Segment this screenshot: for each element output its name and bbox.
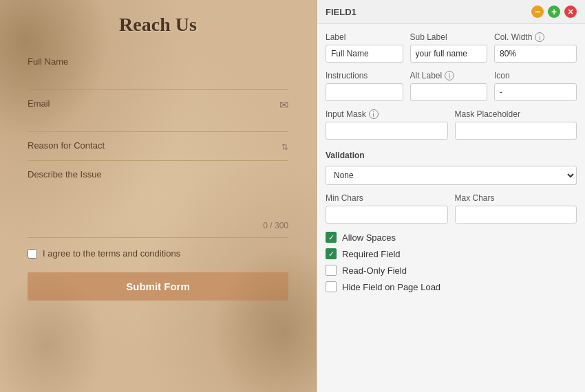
sublabel-input[interactable] xyxy=(410,45,488,63)
allow-spaces-row: ✓ Allow Spaces xyxy=(326,232,577,243)
hide-field-label: Hide Field on Page Load xyxy=(342,282,440,292)
colwidth-section-label: Col. Width i xyxy=(494,32,577,42)
sublabel-section-label: Sub Label xyxy=(410,32,488,42)
field-label-reason: Reason for Contact xyxy=(28,140,105,151)
email-field-row: Email ✉ xyxy=(28,98,288,111)
altlabel-col: Alt Label i xyxy=(410,71,488,101)
validation-row: Validation None Email URL Number Date Ph… xyxy=(326,148,577,185)
submit-button[interactable]: Submit Form xyxy=(28,272,288,301)
altlabel-input[interactable] xyxy=(410,83,488,101)
altlabel-info-icon[interactable]: i xyxy=(445,71,454,80)
label-row: Label Sub Label Col. Width i xyxy=(326,32,577,63)
editor-header: FIELD1 − + × xyxy=(317,0,585,24)
field-input-fullname[interactable] xyxy=(28,69,288,83)
field-group-issue: Describe the Issue 0 / 300 xyxy=(28,162,288,238)
label-section-label: Label xyxy=(326,32,403,42)
field-group-fullname: Full Name xyxy=(28,50,288,90)
editor-body: Label Sub Label Col. Width i Instruction… xyxy=(317,24,585,392)
field-group-email: Email ✉ xyxy=(28,91,288,132)
hide-field-check[interactable] xyxy=(326,281,337,292)
allow-spaces-check[interactable]: ✓ xyxy=(326,232,337,243)
altlabel-section-label: Alt Label i xyxy=(410,71,488,80)
minchars-col: Min Chars xyxy=(326,193,448,224)
editor-title: FIELD1 xyxy=(326,7,357,17)
terms-checkbox-row: I agree to the terms and conditions xyxy=(28,238,288,269)
inputmask-input[interactable] xyxy=(326,122,448,140)
inputmask-col: Input Mask i xyxy=(326,109,448,140)
header-controls: − + × xyxy=(531,6,577,18)
terms-checkbox[interactable] xyxy=(28,249,37,259)
colwidth-col: Col. Width i xyxy=(494,32,577,63)
validation-select[interactable]: None Email URL Number Date Phone xyxy=(326,166,577,185)
minchars-input[interactable] xyxy=(326,206,448,224)
required-field-check[interactable]: ✓ xyxy=(326,248,337,259)
form-title: Reach Us xyxy=(28,14,288,36)
required-field-label: Required Field xyxy=(342,249,401,259)
inputmask-section-label: Input Mask i xyxy=(326,109,448,119)
char-count: 0 / 300 xyxy=(28,221,288,230)
maximize-button[interactable]: + xyxy=(548,6,560,18)
instructions-section-label: Instructions xyxy=(326,71,403,80)
maxchars-col: Max Chars xyxy=(455,193,577,224)
readonly-field-row: Read-Only Field xyxy=(326,265,577,276)
maskplaceholder-input[interactable] xyxy=(455,122,577,140)
validation-col: Validation None Email URL Number Date Ph… xyxy=(326,148,577,185)
close-button[interactable]: × xyxy=(564,6,577,18)
form-preview-panel: Reach Us Full Name Email ✉ Reason for Co… xyxy=(0,0,317,392)
field-label-email: Email xyxy=(28,98,50,109)
instructions-row: Instructions Alt Label i Icon xyxy=(326,71,577,101)
readonly-field-label: Read-Only Field xyxy=(342,265,407,276)
label-col: Label xyxy=(326,32,403,63)
instructions-col: Instructions xyxy=(326,71,403,101)
icon-col: Icon xyxy=(494,71,577,101)
minchars-section-label: Min Chars xyxy=(326,193,448,203)
icon-input[interactable] xyxy=(494,83,577,101)
chars-row: Min Chars Max Chars xyxy=(326,193,577,224)
hide-field-row: Hide Field on Page Load xyxy=(326,281,577,292)
field-editor-panel: FIELD1 − + × Label Sub Label Col. Width … xyxy=(317,0,585,392)
email-icon: ✉ xyxy=(279,98,288,111)
validation-section-title: Validation xyxy=(326,151,577,160)
mask-row: Input Mask i Mask Placeholder xyxy=(326,109,577,140)
instructions-input[interactable] xyxy=(326,83,403,101)
maxchars-input[interactable] xyxy=(455,206,577,224)
allow-spaces-label: Allow Spaces xyxy=(342,232,396,243)
field-group-reason: Reason for Contact ⇅ xyxy=(28,133,288,161)
icon-section-label: Icon xyxy=(494,71,577,80)
sublabel-col: Sub Label xyxy=(410,32,488,63)
select-arrows-icon: ⇅ xyxy=(281,142,288,152)
maskplaceholder-col: Mask Placeholder xyxy=(455,109,577,140)
field-label-issue: Describe the Issue xyxy=(28,169,288,179)
readonly-field-check[interactable] xyxy=(326,265,337,276)
maskplaceholder-section-label: Mask Placeholder xyxy=(455,109,577,119)
label-input[interactable] xyxy=(326,45,403,63)
required-field-row: ✓ Required Field xyxy=(326,248,577,259)
field-input-email[interactable] xyxy=(28,111,288,124)
inputmask-info-icon[interactable]: i xyxy=(369,109,379,119)
reason-field-row: Reason for Contact ⇅ xyxy=(28,140,288,153)
minimize-button[interactable]: − xyxy=(531,6,544,18)
colwidth-info-icon[interactable]: i xyxy=(535,32,544,42)
maxchars-section-label: Max Chars xyxy=(455,193,577,203)
terms-label: I agree to the terms and conditions xyxy=(43,248,180,259)
colwidth-input[interactable] xyxy=(494,45,577,63)
field-label-fullname: Full Name xyxy=(28,56,288,67)
